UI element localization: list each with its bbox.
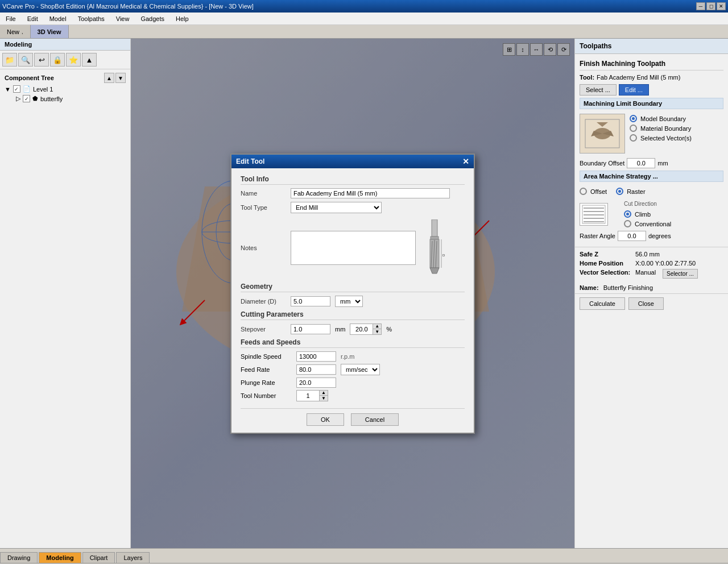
notes-input[interactable] [291, 231, 416, 265]
spin-up[interactable]: ▲ [373, 324, 381, 329]
raster-radio[interactable] [616, 188, 623, 195]
conventional-option[interactable]: Conventional [624, 219, 671, 229]
menu-view[interactable]: View [113, 14, 133, 23]
cut-direction-label: Cut Direction [624, 201, 671, 207]
strategy-radios: Offset Raster [580, 184, 723, 198]
undo-btn[interactable]: ↩ [34, 53, 49, 67]
stepover-pct-spinner-btns[interactable]: ▲ ▼ [373, 324, 382, 335]
tool-num-spin-up[interactable]: ▲ [320, 391, 328, 396]
app-title: VCarve Pro - ShopBot Edition {Al Mazroui… [2, 3, 254, 10]
minimize-btn[interactable]: ─ [696, 2, 705, 10]
climb-radio[interactable] [624, 210, 631, 218]
tree-up-btn[interactable]: ▲ [104, 73, 114, 83]
name-input[interactable] [291, 188, 450, 198]
raster-angle-input[interactable] [618, 231, 646, 241]
tool-row: Tool: Fab Academy End Mill (5 mm) [580, 74, 723, 81]
boundary-preview [580, 114, 625, 154]
menu-gadgets[interactable]: Gadgets [137, 14, 168, 23]
tab-drawing[interactable]: Drawing [0, 552, 38, 563]
menu-bar: File Edit Model Toolpaths View Gadgets H… [0, 13, 728, 25]
window-controls[interactable]: ─ ◻ ✕ [696, 2, 726, 10]
tool-type-select[interactable]: End Mill [291, 202, 382, 213]
tab-new[interactable]: New , [0, 25, 31, 38]
viewport: ⊞ ↕ ↔ ⟲ ⟳ [131, 39, 574, 548]
stepover-pct-spinner[interactable]: ▲ ▼ [350, 324, 382, 335]
tool-number-spinner[interactable]: ▲ ▼ [296, 390, 328, 401]
selected-vectors-option[interactable]: Selected Vector(s) [630, 133, 692, 143]
home-pos-label: Home Position [580, 260, 631, 267]
open-btn[interactable]: 📁 [2, 53, 17, 67]
tab-layers[interactable]: Layers [116, 552, 150, 563]
close-btn[interactable]: ✕ [717, 2, 726, 10]
component-tree-section: Component Tree ▲ ▼ ▼ 📄 Level 1 ▷ ⬟ butte… [0, 69, 130, 106]
restore-btn[interactable]: ◻ [706, 2, 715, 10]
cancel-button[interactable]: Cancel [351, 413, 399, 426]
tool-number-spinner-btns[interactable]: ▲ ▼ [319, 390, 328, 401]
tree-item-level1[interactable]: ▼ 📄 Level 1 [2, 84, 128, 94]
material-boundary-option[interactable]: Material Boundary [630, 123, 692, 133]
menu-edit[interactable]: Edit [24, 14, 42, 23]
menu-toolpaths[interactable]: Toolpaths [75, 14, 108, 23]
home-pos-row: Home Position X:0.00 Y:0.00 Z:77.50 [580, 259, 723, 268]
mountain-btn[interactable]: ▲ [82, 53, 97, 67]
tool-number-input[interactable] [296, 390, 319, 401]
star-btn[interactable]: ⭐ [66, 53, 81, 67]
spin-down[interactable]: ▼ [373, 329, 381, 334]
menu-model[interactable]: Model [46, 14, 70, 23]
offset-option[interactable]: Offset [580, 186, 607, 196]
stepover-row: Stepover mm ▲ ▼ % [241, 324, 465, 335]
feed-rate-input[interactable] [296, 364, 336, 375]
menu-file[interactable]: File [2, 14, 19, 23]
svg-rect-10 [431, 237, 439, 239]
plunge-rate-input[interactable] [296, 378, 336, 388]
model-boundary-radio[interactable] [630, 115, 637, 122]
tool-num-spin-down[interactable]: ▼ [320, 396, 328, 401]
material-boundary-radio[interactable] [630, 125, 637, 132]
raster-section: Cut Direction Climb Conventional [580, 201, 723, 229]
ok-button[interactable]: OK [307, 413, 344, 426]
lock-btn[interactable]: 🔒 [50, 53, 65, 67]
tab-3dview[interactable]: 3D View [31, 25, 69, 38]
conventional-radio[interactable] [624, 220, 631, 227]
model-boundary-option[interactable]: Model Boundary [630, 114, 692, 123]
feed-unit-select[interactable]: mm/sec [341, 364, 380, 375]
calculate-btn[interactable]: Calculate [580, 297, 625, 310]
butterfly-checkbox[interactable] [23, 95, 30, 102]
selected-vectors-radio[interactable] [630, 134, 637, 142]
tp-name-value: Butterfly Finishing [603, 284, 653, 291]
stepover-pct-input[interactable] [350, 324, 373, 335]
edit-tool-btn[interactable]: Edit ... [619, 84, 649, 96]
tree-item-butterfly[interactable]: ▷ ⬟ butterfly [2, 94, 128, 103]
spindle-speed-input[interactable] [296, 351, 336, 362]
stepover-input[interactable] [291, 324, 330, 334]
modal-close-btn[interactable]: ✕ [462, 157, 469, 166]
select-tool-btn[interactable]: Select ... [580, 84, 617, 96]
selector-btn[interactable]: Selector ... [663, 269, 698, 279]
tool-buttons: Select ... Edit ... [580, 84, 723, 96]
search-btn[interactable]: 🔍 [18, 53, 33, 67]
notes-row: Notes [241, 217, 465, 279]
level1-checkbox[interactable] [13, 85, 20, 93]
svg-text:D: D [442, 254, 445, 257]
tab-modeling[interactable]: Modeling [39, 552, 81, 563]
area-machine-label: Area Machine Strategy ... [580, 171, 723, 182]
tree-down-btn[interactable]: ▼ [115, 73, 126, 83]
raster-option[interactable]: Raster [616, 186, 645, 196]
close-tp-btn[interactable]: Close [628, 297, 664, 310]
menu-help[interactable]: Help [172, 14, 192, 23]
info-section: Safe Z 56.0 mm Home Position X:0.00 Y:0.… [575, 247, 728, 282]
svg-marker-15 [430, 268, 439, 273]
safe-z-label: Safe Z [580, 251, 631, 258]
boundary-offset-input[interactable] [627, 158, 655, 168]
toolpath-section: Finish Machining Toolpath Tool: Fab Acad… [575, 54, 728, 247]
modal-buttons: OK Cancel [241, 408, 465, 426]
edit-tool-modal: Edit Tool ✕ Tool Info Name Tool Type End… [230, 154, 475, 434]
diameter-input[interactable] [291, 296, 330, 306]
safe-z-value: 56.0 mm [635, 251, 660, 258]
offset-radio[interactable] [580, 188, 587, 195]
diameter-unit-select[interactable]: mm [335, 296, 363, 307]
tool-type-row: Tool Type End Mill [241, 202, 465, 213]
climb-option[interactable]: Climb [624, 209, 671, 219]
tab-clipart[interactable]: Clipart [82, 552, 115, 563]
name-row-tp: Name: Butterfly Finishing [575, 282, 728, 293]
